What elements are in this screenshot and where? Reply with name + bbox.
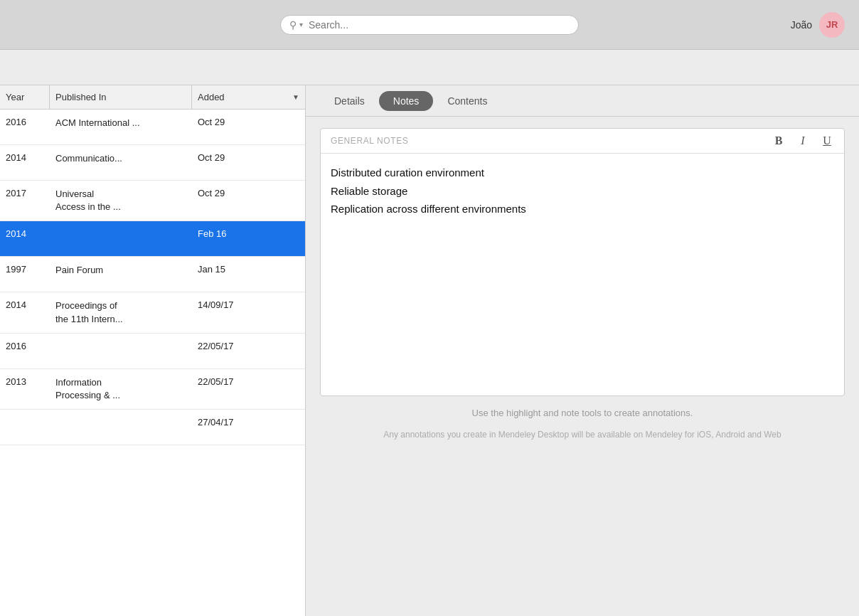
table-header: Year Published In Added ▼ (0, 85, 305, 110)
cell-published: Pain Forum (50, 262, 192, 278)
cell-year: 2014 (0, 151, 50, 164)
search-icon: ⚲ (289, 19, 297, 31)
cell-added: 22/05/17 (192, 339, 305, 353)
table-body: 2016 ACM International ... Oct 29 2014 C… (0, 110, 305, 616)
tabs-bar: Details Notes Contents (306, 85, 859, 117)
general-notes-box: GENERAL NOTES B I U Distributed curation… (320, 128, 845, 396)
cell-year: 2017 (0, 186, 50, 200)
user-avatar[interactable]: JR (819, 12, 845, 38)
col-header-added[interactable]: Added ▼ (192, 85, 305, 109)
note-line-2: Reliable storage (331, 182, 834, 201)
cell-published: ACM International ... (50, 115, 192, 131)
cell-added: 27/04/17 (192, 415, 305, 429)
table-row[interactable]: 27/04/17 (0, 410, 305, 445)
formatting-buttons: B I U (772, 134, 834, 147)
col-added-label: Added (198, 92, 225, 102)
toolbar (0, 50, 859, 85)
left-panel: Year Published In Added ▼ 2016 ACM Inter… (0, 85, 306, 616)
note-line-1: Distributed curation environment (331, 164, 834, 182)
search-dropdown-icon[interactable]: ▾ (299, 21, 303, 28)
notes-content[interactable]: Distributed curation environment Reliabl… (321, 154, 844, 395)
annotation-sub-hint: Any annotations you create in Mendeley D… (320, 428, 845, 452)
cell-added: Oct 29 (192, 186, 305, 200)
tab-details[interactable]: Details (320, 91, 379, 111)
col-header-year: Year (0, 85, 50, 109)
right-panel: Details Notes Contents GENERAL NOTES B I… (306, 85, 859, 616)
user-area: João JR (791, 12, 845, 38)
col-header-published: Published In (50, 85, 192, 109)
table-row[interactable]: 2014 Feb 16 (0, 221, 305, 257)
cell-published: Proceedings ofthe 11th Intern... (50, 298, 192, 326)
table-row[interactable]: 2016 22/05/17 (0, 334, 305, 369)
tab-notes[interactable]: Notes (379, 91, 434, 111)
underline-button[interactable]: U (820, 134, 834, 147)
table-row[interactable]: 2016 ACM International ... Oct 29 (0, 110, 305, 145)
cell-published: InformationProcessing & ... (50, 375, 192, 403)
bold-button[interactable]: B (772, 134, 786, 147)
notes-section-title: GENERAL NOTES (331, 136, 408, 146)
cell-added: 14/09/17 (192, 298, 305, 312)
search-input[interactable] (309, 19, 570, 31)
cell-year: 2014 (0, 298, 50, 312)
tab-contents[interactable]: Contents (433, 91, 501, 111)
table-row[interactable]: 2013 InformationProcessing & ... 22/05/1… (0, 369, 305, 410)
table-row[interactable]: 2014 Proceedings ofthe 11th Intern... 14… (0, 292, 305, 333)
cell-added: Feb 16 (192, 227, 305, 240)
note-line-3: Replication across different environment… (331, 200, 834, 218)
sort-arrow-icon: ▼ (292, 93, 299, 101)
cell-published (50, 415, 192, 418)
main-content: Year Published In Added ▼ 2016 ACM Inter… (0, 85, 859, 616)
notes-area: GENERAL NOTES B I U Distributed curation… (306, 117, 859, 616)
cell-added: Jan 15 (192, 262, 305, 276)
cell-year (0, 415, 50, 418)
table-row[interactable]: 2017 UniversalAccess in the ... Oct 29 (0, 181, 305, 221)
top-bar: ⚲ ▾ João JR (0, 0, 859, 50)
cell-published: Communicatio... (50, 151, 192, 166)
annotation-hint: Use the highlight and note tools to crea… (320, 405, 845, 420)
cell-added: Oct 29 (192, 151, 305, 164)
cell-published (50, 227, 192, 230)
cell-added: Oct 29 (192, 115, 305, 129)
search-container: ⚲ ▾ (280, 15, 579, 35)
cell-published: UniversalAccess in the ... (50, 186, 192, 215)
cell-added: 22/05/17 (192, 375, 305, 388)
italic-button[interactable]: I (796, 134, 810, 147)
cell-year: 2016 (0, 339, 50, 353)
cell-year: 2013 (0, 375, 50, 388)
cell-year: 1997 (0, 262, 50, 276)
table-row[interactable]: 1997 Pain Forum Jan 15 (0, 257, 305, 292)
user-name-label: João (791, 19, 812, 31)
table-row[interactable]: 2014 Communicatio... Oct 29 (0, 145, 305, 181)
cell-published (50, 339, 192, 342)
notes-toolbar: GENERAL NOTES B I U (321, 129, 844, 154)
cell-year: 2014 (0, 227, 50, 240)
cell-year: 2016 (0, 115, 50, 129)
